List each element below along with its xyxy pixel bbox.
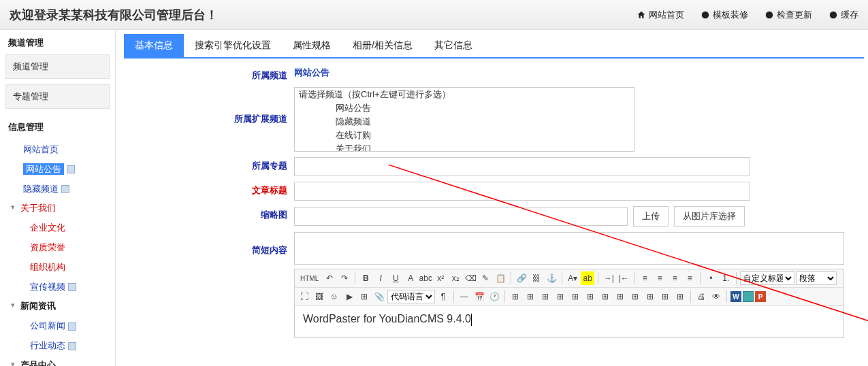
removeformat-button[interactable]: ⌫ (464, 271, 477, 285)
tab-attr[interactable]: 属性规格 (282, 34, 342, 57)
upload-button[interactable]: 上传 (633, 206, 669, 227)
editor-body[interactable]: WordPaster for YouDianCMS 9.4.0 (295, 306, 843, 337)
custom-title-select[interactable]: 自定义标题 (740, 271, 794, 285)
undo-button[interactable]: ↶ (323, 271, 336, 285)
time-button[interactable]: 🕐 (487, 290, 501, 303)
tree-home[interactable]: 网站首页 (23, 144, 59, 154)
template-link[interactable]: 模板装修 (701, 9, 748, 21)
tree-culture[interactable]: 企业文化 (30, 222, 65, 233)
table-delete-button[interactable]: ⊞ (539, 290, 552, 303)
format-button[interactable]: ✎ (479, 271, 492, 285)
list-ul-button[interactable]: • (704, 271, 718, 285)
title-input[interactable] (294, 182, 750, 201)
align-justify-button[interactable]: ≡ (683, 271, 696, 285)
tree-company-news[interactable]: 公司新闻 (30, 320, 65, 331)
tree-org[interactable]: 组织机构 (30, 262, 65, 272)
short-label: 简短内容 (124, 232, 294, 256)
select-opt[interactable]: 网站公告 (295, 101, 634, 115)
attachment-button[interactable]: 📎 (372, 290, 386, 303)
hr-button[interactable]: — (457, 290, 471, 303)
col-delete-button[interactable]: ⊞ (598, 290, 612, 303)
update-link[interactable]: 检查更新 (765, 9, 812, 21)
bold-button[interactable]: B (359, 271, 372, 285)
cell-merge-button[interactable]: ⊞ (613, 290, 627, 303)
topic-manage-button[interactable]: 专题管理 (5, 84, 110, 109)
date-button[interactable]: 📅 (472, 290, 486, 303)
align-left-button[interactable]: ≡ (638, 271, 652, 285)
doc-icon[interactable] (68, 283, 76, 291)
align-right-button[interactable]: ≡ (668, 271, 681, 285)
home-link[interactable]: 网站首页 (637, 9, 684, 21)
tree-honor[interactable]: 资质荣誉 (30, 242, 65, 252)
list-ol-button[interactable]: 1. (719, 271, 733, 285)
update-icon (765, 10, 774, 20)
emoticon-button[interactable]: ☺ (327, 290, 341, 303)
word-paste-button[interactable]: W (730, 291, 741, 302)
tree-video[interactable]: 宣传视频 (30, 282, 65, 292)
doc-icon[interactable] (61, 185, 69, 193)
backcolor-button[interactable]: ab (581, 271, 594, 285)
outdent-button[interactable]: |← (617, 271, 630, 285)
select-opt[interactable]: 在线订购 (295, 129, 634, 142)
gallery-button[interactable]: 从图片库选择 (674, 206, 745, 227)
video-button[interactable]: ▶ (342, 290, 356, 303)
tab-seo[interactable]: 搜索引擎优化设置 (184, 34, 282, 57)
paste-button[interactable]: 📋 (494, 271, 507, 285)
image-paste-button[interactable] (743, 291, 754, 302)
topic-input[interactable] (294, 157, 750, 176)
print-button[interactable]: 🖨 (694, 290, 708, 303)
tab-basic[interactable]: 基本信息 (124, 34, 184, 57)
table-button[interactable]: ⊞ (509, 290, 522, 303)
doc-icon[interactable] (68, 322, 76, 331)
redo-button[interactable]: ↷ (338, 271, 351, 285)
row-insert-button[interactable]: ⊞ (553, 290, 567, 303)
strike-button[interactable]: abc (419, 271, 432, 285)
pagebreak-button[interactable]: ¶ (436, 290, 450, 303)
tree-about[interactable]: 关于我们 (20, 203, 56, 213)
cell-prop-button[interactable]: ⊞ (643, 290, 657, 303)
map-button[interactable]: ⊞ (357, 290, 371, 303)
ppt-paste-button[interactable]: P (755, 291, 766, 302)
forecolor-button[interactable]: A▾ (566, 271, 579, 285)
link-button[interactable]: 🔗 (515, 271, 528, 285)
tree-news[interactable]: 新闻资讯 (20, 301, 56, 311)
row-delete-button[interactable]: ⊞ (568, 290, 582, 303)
channel-manage-button[interactable]: 频道管理 (5, 54, 110, 79)
doc-icon[interactable] (67, 165, 75, 173)
template-link-label: 模板装修 (713, 9, 748, 21)
cache-link[interactable]: 缓存 (829, 9, 858, 21)
font-button[interactable]: A (404, 271, 417, 285)
sup-button[interactable]: x² (434, 271, 447, 285)
preview-button[interactable]: 👁 (709, 290, 723, 303)
image-button[interactable]: 🖼 (312, 290, 326, 303)
paragraph-select[interactable]: 段落 (796, 271, 837, 285)
ext-channel-select[interactable]: 请选择频道（按Ctrl+左键可进行多选） 网站公告 隐藏频道 在线订购 关于我们… (294, 87, 634, 152)
short-content-box[interactable] (294, 232, 844, 265)
col-insert-button[interactable]: ⊞ (583, 290, 597, 303)
cell-split-button[interactable]: ⊞ (628, 290, 642, 303)
table-prop-button[interactable]: ⊞ (658, 290, 672, 303)
unlink-button[interactable]: ⛓ (530, 271, 543, 285)
table-insert-button[interactable]: ⊞ (524, 290, 537, 303)
template-button[interactable]: ⊞ (673, 290, 687, 303)
underline-button[interactable]: U (389, 271, 402, 285)
italic-button[interactable]: I (374, 271, 387, 285)
select-opt[interactable]: 关于我们 (295, 142, 634, 152)
tree-product[interactable]: 产品中心 (20, 360, 56, 366)
anchor-button[interactable]: ⚓ (545, 271, 558, 285)
html-source-button[interactable]: HTML (298, 271, 321, 285)
indent-button[interactable]: →| (602, 271, 615, 285)
thumb-input[interactable] (294, 207, 628, 226)
tree-industry[interactable]: 行业动态 (30, 340, 65, 350)
tree-notice[interactable]: 网站公告 (23, 163, 64, 175)
code-lang-select[interactable]: 代码语言 (387, 290, 435, 303)
select-opt[interactable]: 隐藏频道 (295, 115, 634, 129)
align-center-button[interactable]: ≡ (653, 271, 666, 285)
tab-album[interactable]: 相册/相关信息 (342, 34, 423, 57)
fullscreen-button[interactable]: ⛶ (298, 290, 311, 303)
tab-other[interactable]: 其它信息 (423, 34, 483, 57)
separator (690, 290, 691, 303)
sub-button[interactable]: x₂ (449, 271, 462, 285)
doc-icon[interactable] (68, 342, 76, 350)
tree-hidden[interactable]: 隐藏频道 (23, 184, 59, 194)
